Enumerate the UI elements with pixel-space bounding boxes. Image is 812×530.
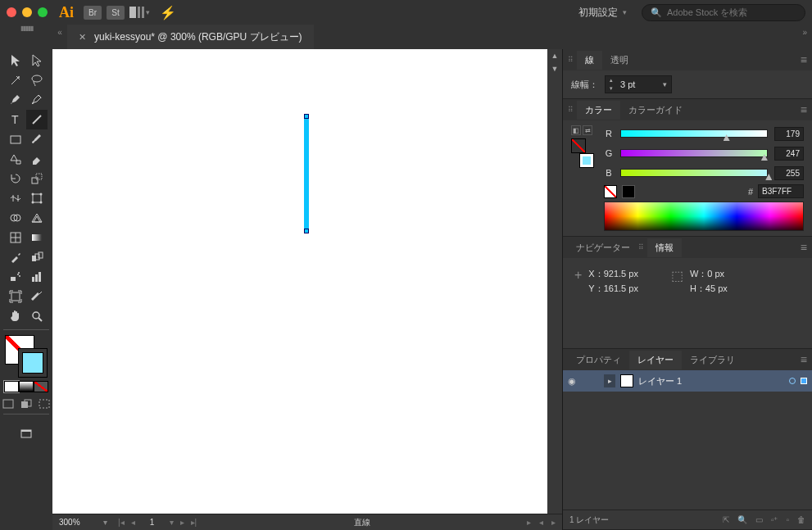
blend-tool[interactable] bbox=[26, 247, 48, 267]
minimize-window-button[interactable] bbox=[22, 7, 32, 17]
panel-menu-button[interactable]: ≡ bbox=[801, 53, 807, 66]
tab-color-guide[interactable]: カラーガイド bbox=[620, 101, 691, 120]
stroke-weight-dropdown[interactable]: ▾ bbox=[658, 80, 671, 88]
width-tool[interactable] bbox=[5, 188, 26, 208]
magic-wand-tool[interactable] bbox=[5, 70, 26, 90]
bridge-button[interactable]: Br bbox=[84, 6, 102, 20]
curvature-tool[interactable] bbox=[26, 90, 48, 110]
g-slider[interactable] bbox=[620, 149, 768, 157]
free-transform-tool[interactable] bbox=[26, 188, 48, 208]
workspace-dropdown[interactable]: 初期設定 ▾ bbox=[572, 2, 633, 23]
document-tab[interactable]: ✕ yuki-kessyou* @ 300% (RGB/GPU プレビュー) bbox=[67, 25, 314, 49]
b-slider[interactable] bbox=[620, 169, 768, 177]
zoom-value[interactable]: 300% bbox=[52, 518, 98, 527]
stroke-weight-input[interactable]: ▴▾ ▾ bbox=[605, 75, 672, 93]
anchor-handle-bottom[interactable] bbox=[304, 229, 309, 233]
draw-inside-button[interactable] bbox=[36, 397, 52, 410]
r-slider[interactable] bbox=[620, 129, 768, 138]
b-value[interactable] bbox=[774, 166, 804, 180]
mini-stroke-swatch[interactable] bbox=[579, 153, 594, 168]
tab-layers[interactable]: レイヤー bbox=[629, 351, 682, 369]
shape-builder-tool[interactable] bbox=[5, 208, 26, 228]
swap-colors-button[interactable]: ⇄ bbox=[583, 125, 592, 135]
tab-info[interactable]: 情報 bbox=[647, 238, 682, 257]
panel-scroll-right[interactable]: » bbox=[562, 25, 812, 49]
close-window-button[interactable] bbox=[7, 7, 16, 17]
tab-properties[interactable]: プロパティ bbox=[568, 351, 629, 369]
none-swatch[interactable] bbox=[604, 185, 617, 198]
symbol-sprayer-tool[interactable] bbox=[5, 267, 26, 287]
visibility-toggle[interactable]: ◉ bbox=[568, 376, 581, 387]
paintbrush-tool[interactable] bbox=[26, 129, 48, 149]
arrange-documents-button[interactable]: ▾ bbox=[129, 7, 150, 18]
hscroll-left[interactable]: ◂ bbox=[538, 518, 545, 527]
tab-library[interactable]: ライブラリ bbox=[682, 351, 743, 369]
artboard-tool[interactable] bbox=[5, 287, 26, 306]
hex-input[interactable] bbox=[758, 184, 804, 198]
make-clipping-mask-button[interactable]: 🔍 bbox=[737, 515, 747, 524]
artboard[interactable] bbox=[52, 49, 547, 514]
create-sublayer-button[interactable]: ▭ bbox=[755, 515, 763, 524]
tab-navigator[interactable]: ナビゲーター bbox=[568, 238, 638, 257]
expand-layer-button[interactable]: ▸ bbox=[604, 374, 615, 387]
column-graph-tool[interactable] bbox=[26, 267, 48, 287]
draw-behind-button[interactable] bbox=[18, 397, 34, 410]
artboard-number[interactable]: 1 bbox=[140, 518, 165, 527]
color-spectrum[interactable] bbox=[604, 202, 804, 231]
stock-search[interactable]: 🔍 bbox=[642, 4, 805, 21]
eraser-tool[interactable] bbox=[26, 149, 48, 169]
step-up-button[interactable]: ▴ bbox=[606, 76, 617, 84]
selection-indicator[interactable] bbox=[801, 378, 807, 384]
vertical-scrollbar[interactable]: ▲ ▼ bbox=[547, 49, 562, 514]
line-segment-tool[interactable] bbox=[26, 110, 48, 129]
pen-tool[interactable] bbox=[5, 90, 26, 110]
layer-name[interactable]: レイヤー 1 bbox=[638, 375, 784, 387]
solid-color-button[interactable] bbox=[4, 381, 19, 392]
hand-tool[interactable] bbox=[5, 306, 26, 326]
selected-line-shape[interactable] bbox=[303, 116, 310, 231]
stroke-swatch[interactable] bbox=[18, 348, 48, 378]
stock-button[interactable]: St bbox=[107, 6, 125, 20]
delete-layer-button[interactable]: 🗑 bbox=[797, 515, 805, 524]
tab-color[interactable]: カラー bbox=[577, 101, 620, 120]
default-colors-button[interactable]: ◧ bbox=[571, 125, 581, 135]
gradient-tool[interactable] bbox=[26, 228, 48, 247]
scroll-down-button[interactable]: ▼ bbox=[547, 62, 562, 75]
gradient-button[interactable] bbox=[19, 381, 34, 392]
first-artboard-button[interactable]: |◂ bbox=[116, 518, 126, 527]
panel-menu-button[interactable]: ≡ bbox=[801, 103, 807, 116]
status-play-button[interactable]: ▸ bbox=[525, 518, 533, 527]
tab-opacity[interactable]: 透明 bbox=[602, 51, 637, 70]
new-layer-button-2[interactable]: ▫ bbox=[786, 515, 789, 524]
rotate-tool[interactable] bbox=[5, 169, 26, 188]
direct-selection-tool[interactable] bbox=[26, 51, 48, 70]
hscroll-right[interactable]: ▸ bbox=[550, 518, 557, 527]
screen-mode-button[interactable] bbox=[16, 424, 37, 444]
selection-tool[interactable] bbox=[5, 51, 26, 70]
stock-search-input[interactable] bbox=[667, 7, 796, 17]
new-layer-button[interactable]: ▫⁺ bbox=[771, 515, 778, 524]
prev-artboard-button[interactable]: ◂ bbox=[129, 518, 137, 527]
lasso-tool[interactable] bbox=[26, 70, 48, 90]
zoom-tool[interactable] bbox=[26, 306, 48, 326]
rectangle-tool[interactable] bbox=[5, 129, 26, 149]
panel-grip-icon[interactable]: ⠿ bbox=[568, 56, 574, 64]
panel-menu-button[interactable]: ≡ bbox=[801, 241, 807, 254]
target-icon[interactable] bbox=[789, 378, 796, 384]
panel-grip-icon[interactable]: ⠿ bbox=[568, 106, 574, 114]
none-color-button[interactable] bbox=[34, 381, 48, 392]
zoom-dropdown[interactable]: ▾ bbox=[98, 518, 111, 527]
mesh-tool[interactable] bbox=[5, 228, 26, 247]
artboard-dropdown[interactable]: ▾ bbox=[168, 518, 175, 527]
doc-scroll-left[interactable]: « bbox=[52, 25, 67, 49]
fill-stroke-swatches[interactable] bbox=[5, 335, 48, 378]
maximize-window-button[interactable] bbox=[38, 7, 48, 17]
tool-panel-grip[interactable]: ▮▮▮▮▮ bbox=[0, 25, 52, 49]
g-value[interactable] bbox=[774, 147, 804, 161]
draw-normal-button[interactable] bbox=[0, 397, 16, 410]
scroll-up-button[interactable]: ▲ bbox=[547, 49, 562, 62]
next-artboard-button[interactable]: ▸ bbox=[179, 518, 186, 527]
mini-fill-stroke[interactable] bbox=[571, 138, 594, 168]
slice-tool[interactable] bbox=[26, 287, 48, 306]
panel-grip-icon[interactable]: ⠿ bbox=[638, 243, 644, 251]
